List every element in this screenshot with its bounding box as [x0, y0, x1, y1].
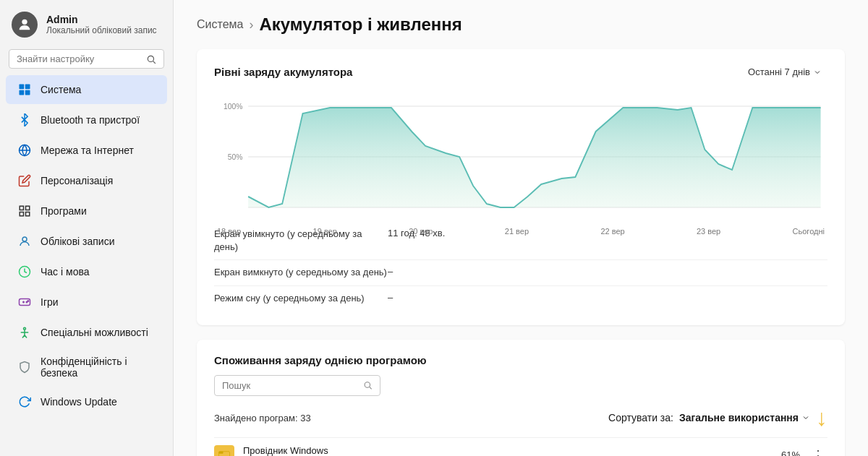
sidebar-nav: Система Bluetooth та пристрої Мережа та …: [0, 74, 173, 417]
explorer-icon: [218, 449, 231, 456]
stat-label-1: Екран вимкнуто (у середньому за день): [214, 266, 388, 279]
sort-label: Сортувати за:: [608, 412, 673, 423]
main-content: Система › Акумулятор і живлення Рівні за…: [174, 0, 868, 456]
svg-rect-4: [25, 85, 30, 90]
sidebar-item-update[interactable]: Windows Update: [6, 387, 167, 416]
sidebar-search-icon: [146, 54, 156, 64]
user-profile: Admin Локальний обліковий запис: [0, 0, 173, 46]
sidebar-item-access[interactable]: Спеціальні можливості: [6, 318, 167, 347]
sidebar-search-box[interactable]: [9, 49, 164, 69]
svg-point-20: [24, 327, 26, 330]
sidebar-label-apps: Програми: [41, 205, 87, 217]
found-count: Знайдено програм: 33: [214, 413, 311, 423]
app-more-button-explorer[interactable]: ⋮: [809, 447, 827, 456]
sort-dropdown[interactable]: Сортувати за: Загальне використання: [608, 412, 810, 423]
svg-point-1: [148, 56, 153, 61]
svg-rect-12: [26, 212, 30, 216]
sidebar-label-time: Час і мова: [41, 266, 89, 278]
sidebar-label-accounts: Облікові записи: [41, 236, 115, 247]
sidebar-label-bluetooth: Bluetooth та пристрої: [41, 114, 140, 126]
svg-text:50%: 50%: [228, 152, 243, 161]
personal-icon: [17, 173, 32, 188]
sidebar-item-bluetooth[interactable]: Bluetooth та пристрої: [6, 106, 167, 134]
avatar: [12, 12, 38, 38]
app-info-explorer: Провідник Windows Використовується: 61% …: [243, 445, 781, 456]
power-header-row: Знайдено програм: 33 Сортувати за: Загал…: [214, 405, 827, 431]
search-apps-input[interactable]: [222, 380, 359, 391]
sistema-icon: [17, 82, 32, 97]
svg-point-13: [22, 237, 27, 241]
stat-row-1: Екран вимкнуто (у середньому за день) –: [214, 260, 827, 285]
sidebar-label-network: Мережа та Інтернет: [41, 145, 134, 156]
x-label-3: 21 вер: [505, 227, 529, 236]
search-apps-box[interactable]: [214, 375, 380, 396]
apps-icon: [17, 204, 32, 218]
svg-rect-9: [20, 206, 23, 210]
sidebar: Admin Локальний обліковий запис Система …: [0, 0, 174, 456]
svg-point-0: [22, 20, 27, 25]
power-section: Споживання заряду однією програмою Знайд…: [197, 340, 845, 456]
stat-label-2: Режим сну (у середньому за день): [214, 292, 388, 305]
sidebar-item-privacy[interactable]: Конфіденційність і безпека: [6, 348, 167, 386]
sidebar-item-network[interactable]: Мережа та Інтернет: [6, 136, 167, 165]
bluetooth-icon: [17, 113, 32, 127]
x-label-6: Сьогодні: [793, 227, 825, 236]
battery-section: Рівні заряду акумулятора Останні 7 днів: [197, 49, 845, 325]
svg-point-18: [26, 301, 27, 303]
app-row-0: Провідник Windows Використовується: 61% …: [214, 437, 827, 456]
svg-line-2: [153, 61, 156, 63]
svg-line-27: [370, 387, 372, 390]
sidebar-item-personal[interactable]: Персоналізація: [6, 166, 167, 195]
breadcrumb-parent[interactable]: Система: [197, 18, 243, 31]
battery-chart-svg: 100% 50%: [214, 92, 827, 222]
sidebar-search-input[interactable]: [17, 53, 142, 64]
svg-rect-10: [26, 206, 30, 210]
svg-rect-11: [20, 212, 23, 216]
sidebar-item-apps[interactable]: Програми: [6, 197, 167, 225]
svg-rect-6: [25, 90, 30, 95]
app-percent-explorer: 61%: [781, 449, 800, 456]
sidebar-item-time[interactable]: Час і мова: [6, 257, 167, 286]
privacy-icon: [17, 360, 32, 374]
app-name-explorer: Провідник Windows: [243, 445, 781, 456]
sort-arrow-icon: ↓: [816, 405, 827, 431]
chevron-down-icon: [813, 68, 822, 77]
sidebar-label-personal: Персоналізація: [41, 175, 113, 186]
sidebar-label-update: Windows Update: [41, 396, 117, 408]
sidebar-item-sistema[interactable]: Система: [6, 75, 167, 104]
network-icon: [17, 143, 32, 158]
page-title: Акумулятор і живлення: [259, 14, 461, 35]
battery-chart: 100% 50% 18 вер 19 вер 20 вер 21 вер 22 …: [214, 92, 827, 222]
sidebar-item-games[interactable]: Ігри: [6, 288, 167, 317]
stat-value-2: –: [388, 292, 393, 303]
app-icon-explorer: [214, 445, 234, 456]
sidebar-item-accounts[interactable]: Облікові записи: [6, 227, 167, 256]
svg-point-19: [27, 301, 29, 302]
battery-header: Рівні заряду акумулятора Останні 7 днів: [214, 64, 827, 80]
svg-rect-5: [20, 90, 25, 95]
sort-value: Загальне використання: [679, 412, 799, 423]
x-label-5: 23 вер: [697, 227, 720, 236]
period-dropdown[interactable]: Останні 7 днів: [742, 64, 827, 80]
svg-point-26: [365, 382, 370, 387]
svg-rect-29: [219, 452, 224, 454]
breadcrumb-sep: ›: [249, 17, 253, 33]
update-icon: [17, 395, 32, 409]
sidebar-label-sistema: Система: [41, 84, 81, 95]
games-icon: [17, 295, 32, 309]
sidebar-label-games: Ігри: [41, 296, 59, 308]
sort-chevron-icon: [801, 413, 810, 422]
time-icon: [17, 264, 32, 279]
accounts-icon: [17, 234, 32, 249]
search-apps-icon: [363, 380, 373, 390]
power-title: Споживання заряду однією програмою: [214, 354, 827, 366]
svg-text:100%: 100%: [224, 102, 243, 111]
x-label-4: 22 вер: [600, 227, 624, 236]
svg-rect-3: [20, 85, 25, 90]
x-label-0: 18 вер: [217, 227, 241, 236]
chart-x-labels: 18 вер 19 вер 20 вер 21 вер 22 вер 23 ве…: [214, 227, 827, 236]
access-icon: [17, 325, 32, 340]
period-label: Останні 7 днів: [748, 66, 810, 77]
x-label-1: 19 вер: [313, 227, 337, 236]
sidebar-label-privacy: Конфіденційність і безпека: [41, 356, 156, 379]
